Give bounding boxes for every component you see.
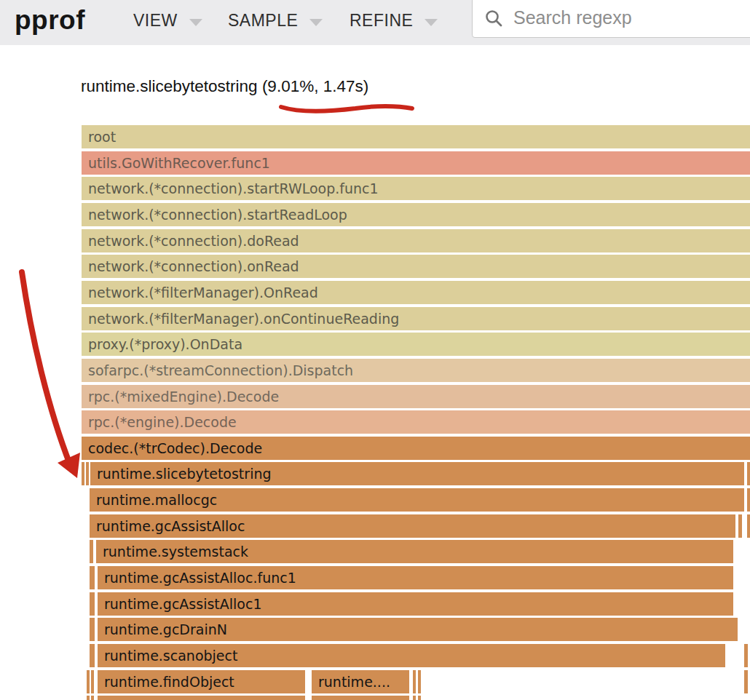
flame-row: root — [0, 125, 750, 148]
flame-row: network.(*connection).startRWLoop.func1 — [0, 177, 750, 200]
flame-frame[interactable]: sofarpc.(*streamConnection).Dispatch — [82, 359, 750, 382]
flame-frame[interactable]: runtime.scanobject — [98, 644, 725, 667]
flame-frame[interactable]: root — [82, 125, 750, 148]
flame-frame-sliver[interactable] — [91, 670, 94, 693]
flame-row: runtime.slicebytetostring — [0, 462, 750, 485]
flame-frame-sliver[interactable] — [744, 670, 748, 693]
flame-frame[interactable]: network.(*connection).doRead — [82, 229, 750, 252]
flame-row: codec.(*trCodec).Decode — [0, 437, 750, 460]
flame-row: runtime.findObjectruntime.... — [0, 670, 750, 693]
flame-frame-sliver[interactable] — [90, 644, 95, 667]
flame-frame[interactable]: utils.GoWithRecover.func1 — [82, 151, 750, 175]
flame-row — [0, 696, 750, 700]
flame-row: network.(*connection).onRead — [0, 255, 750, 278]
flame-frame[interactable]: network.(*connection).startRWLoop.func1 — [82, 177, 750, 200]
flame-row: network.(*connection).doRead — [0, 229, 750, 252]
flame-frame[interactable]: rpc.(*engine).Decode — [82, 410, 750, 434]
flame-frame[interactable]: network.(*connection).startReadLoop — [82, 203, 750, 226]
flame-frame[interactable]: proxy.(*proxy).OnData — [82, 333, 750, 356]
flame-row: utils.GoWithRecover.func1 — [0, 151, 750, 175]
flame-frame-sliver[interactable] — [747, 462, 750, 485]
flame-row: runtime.gcDrainN — [0, 618, 750, 641]
flame-row: runtime.mallocgc — [0, 488, 750, 512]
flame-frame[interactable]: runtime.systemstack — [96, 540, 733, 563]
flame-frame-sliver[interactable] — [413, 696, 416, 700]
flame-frame[interactable]: network.(*filterManager).onContinueReadi… — [82, 307, 750, 330]
flame-frame-sliver[interactable] — [744, 644, 748, 667]
flame-row: network.(*connection).startReadLoop — [0, 203, 750, 226]
flame-frame[interactable]: runtime.slicebytetostring — [90, 462, 744, 485]
flame-row: network.(*filterManager).onContinueReadi… — [0, 307, 750, 330]
flame-frame-sliver[interactable] — [82, 462, 84, 485]
flame-row: rpc.(*mixedEngine).Decode — [0, 385, 750, 408]
flame-frame[interactable]: runtime.findObject — [98, 670, 305, 693]
flame-frame[interactable]: network.(*connection).onRead — [82, 255, 750, 278]
flame-frame-sliver[interactable] — [90, 566, 95, 589]
flame-row: rpc.(*engine).Decode — [0, 410, 750, 434]
flame-frame-sliver[interactable] — [418, 696, 421, 700]
flame-frame[interactable]: runtime.gcAssistAlloc.func1 — [98, 566, 733, 589]
flame-frame[interactable]: runtime.gcAssistAlloc — [90, 514, 735, 538]
flame-frame-sliver[interactable] — [91, 696, 94, 700]
flame-row: runtime.gcAssistAlloc1 — [0, 592, 750, 616]
flame-row: runtime.gcAssistAlloc — [0, 514, 750, 538]
flame-frame[interactable]: network.(*filterManager).OnRead — [82, 281, 750, 304]
flame-frame-sliver[interactable] — [413, 670, 416, 693]
flame-frame[interactable]: codec.(*trCodec).Decode — [82, 437, 750, 460]
flame-row: runtime.gcAssistAlloc.func1 — [0, 566, 750, 589]
flame-frame-sliver[interactable] — [747, 488, 750, 512]
flame-frame[interactable]: rpc.(*mixedEngine).Decode — [82, 385, 750, 408]
flame-frame-sliver[interactable] — [90, 592, 95, 616]
flame-frame-sliver[interactable] — [86, 462, 89, 485]
flame-frame[interactable]: runtime.gcAssistAlloc1 — [98, 592, 733, 616]
flame-frame-sliver[interactable] — [738, 514, 742, 538]
flame-frame-sliver[interactable] — [90, 540, 93, 563]
flame-frame-sliver[interactable] — [98, 696, 305, 700]
flame-frame[interactable]: runtime.mallocgc — [90, 488, 744, 512]
flame-row: network.(*filterManager).OnRead — [0, 281, 750, 304]
flame-frame[interactable]: runtime.gcDrainN — [98, 618, 738, 641]
flame-frame-sliver[interactable] — [418, 670, 421, 693]
flame-row: runtime.systemstack — [0, 540, 750, 563]
flame-frame-sliver[interactable] — [87, 696, 90, 700]
flame-frame[interactable]: runtime.... — [312, 670, 409, 693]
flame-frame-sliver[interactable] — [90, 618, 95, 641]
flamegraph: rootutils.GoWithRecover.func1network.(*c… — [0, 0, 750, 700]
flame-row: sofarpc.(*streamConnection).Dispatch — [0, 359, 750, 382]
flame-frame-sliver[interactable] — [87, 670, 90, 693]
flame-row: proxy.(*proxy).OnData — [0, 333, 750, 356]
flame-row: runtime.scanobject — [0, 644, 750, 667]
flame-frame-sliver[interactable] — [747, 514, 750, 538]
flame-frame-sliver[interactable] — [312, 696, 409, 700]
